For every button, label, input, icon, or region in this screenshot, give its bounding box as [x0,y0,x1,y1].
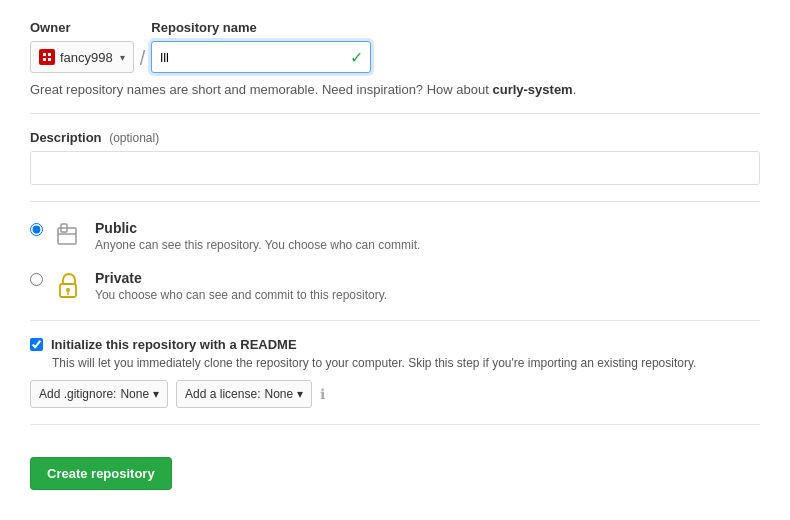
addon-row: Add .gitignore: None ▾ Add a license: No… [30,380,760,408]
private-option: Private You choose who can see and commi… [30,268,760,304]
svg-rect-3 [48,58,51,61]
repo-label: Repository name [151,20,371,35]
gitignore-value: None [120,387,149,401]
license-value: None [264,387,293,401]
gitignore-dropdown[interactable]: Add .gitignore: None ▾ [30,380,168,408]
initialize-row: Initialize this repository with a README [30,337,760,352]
suggestion-suffix: . [573,82,577,97]
private-desc: You choose who can see and commit to thi… [95,288,760,302]
suggestion-prefix: Great repository names are short and mem… [30,82,492,97]
public-title: Public [95,220,760,236]
info-icon[interactable]: ℹ [320,386,325,402]
create-repository-button[interactable]: Create repository [30,457,172,490]
public-option: Public Anyone can see this repository. Y… [30,218,760,254]
owner-dropdown[interactable]: fancy998 ▾ [30,41,134,73]
divider-2 [30,201,760,202]
repo-column: Repository name ✓ [151,20,371,73]
owner-column: Owner fancy998 ▾ [30,20,134,73]
license-dropdown[interactable]: Add a license: None ▾ [176,380,312,408]
initialize-label[interactable]: Initialize this repository with a README [51,337,297,352]
public-desc: Anyone can see this repository. You choo… [95,238,760,252]
initialize-section: Initialize this repository with a README… [30,337,760,408]
public-text: Public Anyone can see this repository. Y… [95,220,760,252]
owner-label: Owner [30,20,134,35]
owner-repo-section: Owner fancy998 ▾ / Repository name ✓ [30,20,760,74]
owner-name: fancy998 [60,50,113,65]
slash-separator: / [134,42,152,74]
private-text: Private You choose who can see and commi… [95,270,760,302]
license-arrow: ▾ [297,387,303,401]
description-label: Description (optional) [30,130,760,145]
divider-4 [30,424,760,425]
repo-name-input[interactable] [151,41,371,73]
repo-input-wrapper: ✓ [151,41,371,73]
divider-1 [30,113,760,114]
suggestion-text: Great repository names are short and mem… [30,82,760,97]
suggestion-name[interactable]: curly-system [492,82,572,97]
description-group: Description (optional) [30,130,760,185]
owner-avatar-icon [39,49,55,65]
valid-check-icon: ✓ [350,48,363,67]
private-radio[interactable] [30,273,43,286]
svg-rect-0 [43,53,46,56]
svg-rect-1 [48,53,51,56]
private-title: Private [95,270,760,286]
gitignore-arrow: ▾ [153,387,159,401]
license-label: Add a license: [185,387,260,401]
gitignore-label: Add .gitignore: [39,387,116,401]
initialize-description: This will let you immediately clone the … [52,356,760,370]
description-input[interactable] [30,151,760,185]
initialize-checkbox[interactable] [30,338,43,351]
public-icon [53,220,85,252]
owner-dropdown-arrow: ▾ [120,52,125,63]
svg-point-8 [66,288,70,292]
private-icon [53,270,85,302]
public-radio[interactable] [30,223,43,236]
divider-3 [30,320,760,321]
svg-rect-2 [43,58,46,61]
description-optional: (optional) [109,131,159,145]
